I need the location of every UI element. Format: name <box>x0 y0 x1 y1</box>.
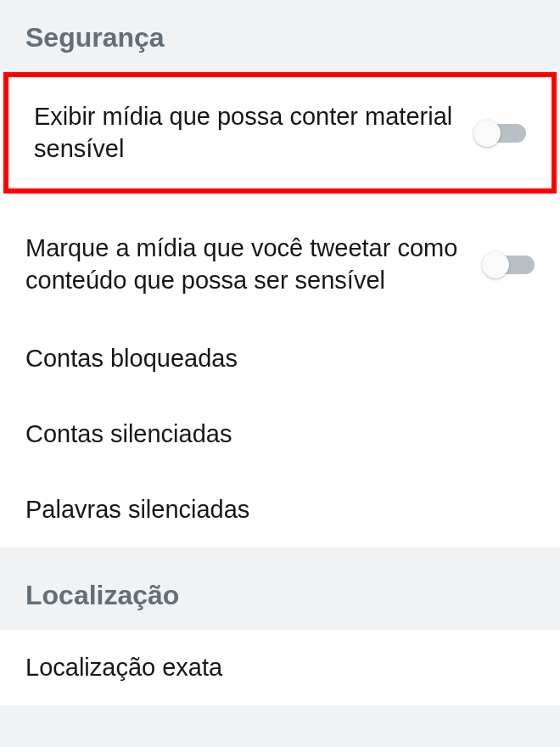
toggle-thumb <box>482 251 509 278</box>
section-header-security: Segurança <box>0 0 560 72</box>
toggle-display-sensitive-media[interactable] <box>473 121 526 146</box>
blocked-accounts-label: Contas bloqueadas <box>25 345 238 372</box>
section-gap <box>0 548 560 556</box>
row-muted-accounts[interactable]: Contas silenciadas <box>0 396 560 472</box>
mark-media-sensitive-label: Marque a mídia que você tweetar como con… <box>25 233 482 296</box>
toggle-mark-media-sensitive[interactable] <box>482 252 535 278</box>
row-mark-media-sensitive[interactable]: Marque a mídia que você tweetar como con… <box>0 209 560 320</box>
row-precise-location[interactable]: Localização exata <box>0 630 560 705</box>
muted-words-label: Palavras silenciadas <box>25 496 249 523</box>
muted-accounts-label: Contas silenciadas <box>25 420 232 447</box>
localization-settings-group: Localização exata <box>0 630 560 705</box>
section-header-localization: Localização <box>0 556 560 630</box>
toggle-thumb <box>473 120 501 147</box>
precise-location-label: Localização exata <box>25 654 222 681</box>
display-sensitive-media-label: Exibir mídia que possa conter material s… <box>34 101 473 165</box>
row-muted-words[interactable]: Palavras silenciadas <box>0 472 560 548</box>
highlight-frame: Exibir mídia que possa conter material s… <box>3 72 557 194</box>
row-display-sensitive-media[interactable]: Exibir mídia que possa conter material s… <box>8 77 552 188</box>
row-blocked-accounts[interactable]: Contas bloqueadas <box>0 321 560 396</box>
security-settings-group: Exibir mídia que possa conter material s… <box>0 72 560 548</box>
